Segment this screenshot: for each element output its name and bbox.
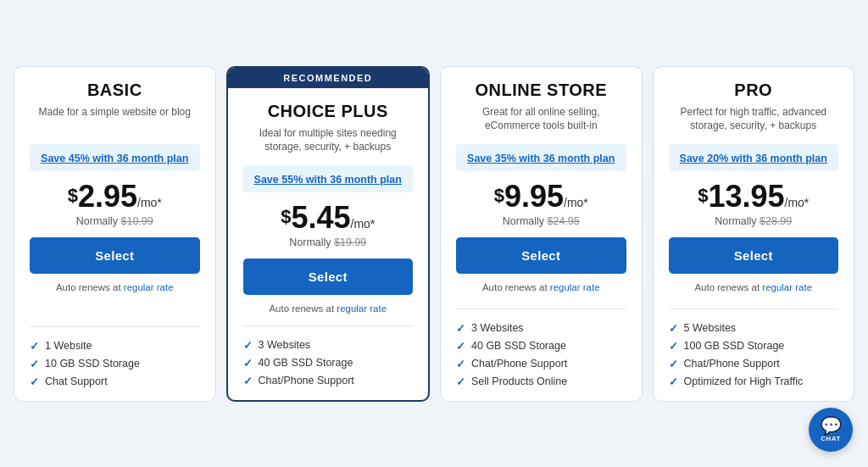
divider-pro bbox=[669, 309, 839, 309]
feature-text: 1 Website bbox=[45, 340, 92, 352]
plan-card-basic: BASICMade for a simple website or blogSa… bbox=[14, 66, 216, 402]
pricing-container: BASICMade for a simple website or blogSa… bbox=[14, 66, 854, 402]
check-icon: ✓ bbox=[669, 358, 678, 370]
price-area-choice-plus: $5.45/mo* bbox=[243, 203, 414, 233]
price-area-online-store: $9.95/mo* bbox=[456, 181, 626, 212]
feature-text: Chat/Phone Support bbox=[684, 358, 780, 370]
feature-item: ✓Chat/Phone Support bbox=[456, 355, 626, 373]
price-normal-basic: Normally $10.99 bbox=[30, 215, 200, 227]
price-normal-online-store: Normally $24.95 bbox=[456, 215, 626, 227]
save-link-basic[interactable]: Save 45% with 36 month plan bbox=[41, 153, 188, 164]
plan-desc-basic: Made for a simple website or blog bbox=[30, 105, 200, 136]
normal-price-choice-plus: $19.99 bbox=[334, 236, 366, 248]
price-suffix-basic: /mo* bbox=[137, 196, 162, 209]
price-normal-choice-plus: Normally $19.99 bbox=[243, 236, 414, 248]
price-area-pro: $13.95/mo* bbox=[669, 181, 839, 212]
feature-text: 100 GB SSD Storage bbox=[684, 340, 785, 352]
price-main-online-store: $9.95/mo* bbox=[494, 179, 588, 214]
feature-text: Chat Support bbox=[45, 375, 108, 387]
feature-text: 40 GB SSD Storage bbox=[471, 340, 566, 352]
feature-item: ✓5 Websites bbox=[669, 320, 839, 337]
check-icon: ✓ bbox=[243, 339, 253, 352]
check-icon: ✓ bbox=[456, 340, 465, 353]
select-button-basic[interactable]: Select bbox=[30, 237, 200, 274]
feature-text: 10 GB SSD Storage bbox=[45, 358, 140, 370]
features-basic: ✓1 Website✓10 GB SSD Storage✓Chat Suppor… bbox=[14, 337, 215, 391]
normal-price-pro: $28.99 bbox=[760, 215, 792, 227]
feature-item: ✓Chat/Phone Support bbox=[669, 355, 839, 373]
price-suffix-choice-plus: /mo* bbox=[351, 217, 376, 231]
save-link-pro[interactable]: Save 20% with 36 month plan bbox=[680, 153, 827, 164]
regular-rate-link-choice-plus[interactable]: regular rate bbox=[337, 303, 387, 314]
feature-text: Sell Products Online bbox=[471, 375, 567, 387]
recommended-badge: RECOMMENDED bbox=[228, 68, 429, 88]
check-icon: ✓ bbox=[30, 340, 39, 353]
auto-renew-basic: Auto renews at regular rate bbox=[30, 282, 200, 292]
feature-text: 3 Websites bbox=[259, 339, 311, 351]
divider-choice-plus bbox=[243, 325, 414, 326]
feature-text: 5 Websites bbox=[684, 322, 737, 334]
plan-name-basic: BASIC bbox=[30, 81, 200, 100]
feature-item: ✓Optimized for High Traffic bbox=[669, 373, 839, 391]
feature-item: ✓1 Website bbox=[30, 337, 200, 355]
feature-text: 40 GB SSD Storage bbox=[259, 357, 353, 369]
check-icon: ✓ bbox=[456, 322, 465, 335]
plan-name-pro: PRO bbox=[669, 81, 839, 100]
save-banner-online-store[interactable]: Save 35% with 36 month plan bbox=[456, 144, 626, 171]
select-button-pro[interactable]: Select bbox=[669, 237, 839, 274]
plan-desc-choice-plus: Ideal for multiple sites needing storage… bbox=[243, 126, 414, 157]
price-area-basic: $2.95/mo* bbox=[30, 181, 200, 212]
feature-item: ✓Sell Products Online bbox=[456, 373, 626, 391]
regular-rate-link-pro[interactable]: regular rate bbox=[762, 282, 812, 292]
feature-item: ✓40 GB SSD Storage bbox=[243, 354, 414, 372]
feature-item: ✓40 GB SSD Storage bbox=[456, 337, 626, 355]
feature-item: ✓3 Websites bbox=[456, 320, 626, 337]
normal-price-basic: $10.99 bbox=[121, 215, 153, 227]
price-dollar-online-store: $ bbox=[494, 186, 504, 205]
check-icon: ✓ bbox=[456, 375, 465, 388]
price-main-pro: $13.95/mo* bbox=[698, 179, 809, 214]
price-suffix-pro: /mo* bbox=[785, 196, 810, 209]
price-suffix-online-store: /mo* bbox=[564, 196, 588, 209]
feature-text: 3 Websites bbox=[471, 322, 524, 334]
plan-card-online-store: ONLINE STOREGreat for all online selling… bbox=[440, 66, 643, 402]
divider-basic bbox=[30, 326, 200, 327]
check-icon: ✓ bbox=[243, 357, 253, 370]
feature-item: ✓10 GB SSD Storage bbox=[30, 355, 200, 373]
check-icon: ✓ bbox=[456, 358, 465, 370]
auto-renew-choice-plus: Auto renews at regular rate bbox=[243, 303, 414, 314]
plan-desc-pro: Perfect for high traffic, advanced stora… bbox=[669, 105, 839, 136]
plan-name-online-store: ONLINE STORE bbox=[456, 81, 626, 100]
select-button-online-store[interactable]: Select bbox=[456, 237, 626, 274]
check-icon: ✓ bbox=[243, 375, 253, 387]
plan-card-pro: PROPerfect for high traffic, advanced st… bbox=[653, 66, 855, 402]
feature-text: Chat/Phone Support bbox=[259, 375, 354, 386]
regular-rate-link-basic[interactable]: regular rate bbox=[124, 282, 174, 292]
check-icon: ✓ bbox=[669, 322, 678, 335]
check-icon: ✓ bbox=[30, 375, 39, 388]
chat-label: CHAT bbox=[821, 435, 841, 442]
price-normal-pro: Normally $28.99 bbox=[669, 215, 839, 227]
save-banner-choice-plus[interactable]: Save 55% with 36 month plan bbox=[243, 165, 414, 192]
auto-renew-pro: Auto renews at regular rate bbox=[669, 282, 839, 292]
divider-online-store bbox=[456, 309, 626, 309]
plan-name-choice-plus: CHOICE PLUS bbox=[243, 102, 414, 121]
plan-card-choice-plus: RECOMMENDEDCHOICE PLUSIdeal for multiple… bbox=[226, 66, 431, 402]
plan-desc-online-store: Great for all online selling, eCommerce … bbox=[456, 105, 626, 136]
check-icon: ✓ bbox=[30, 358, 39, 370]
check-icon: ✓ bbox=[669, 375, 678, 388]
save-link-choice-plus[interactable]: Save 55% with 36 month plan bbox=[254, 174, 402, 186]
feature-item: ✓3 Websites bbox=[243, 336, 414, 354]
select-button-choice-plus[interactable]: Select bbox=[243, 259, 414, 295]
regular-rate-link-online-store[interactable]: regular rate bbox=[550, 282, 600, 292]
features-choice-plus: ✓3 Websites✓40 GB SSD Storage✓Chat/Phone… bbox=[228, 336, 429, 390]
price-dollar-choice-plus: $ bbox=[281, 208, 291, 226]
features-online-store: ✓3 Websites✓40 GB SSD Storage✓Chat/Phone… bbox=[441, 320, 642, 391]
price-main-choice-plus: $5.45/mo* bbox=[281, 200, 375, 235]
save-banner-pro[interactable]: Save 20% with 36 month plan bbox=[669, 144, 839, 171]
features-pro: ✓5 Websites✓100 GB SSD Storage✓Chat/Phon… bbox=[654, 320, 854, 391]
save-link-online-store[interactable]: Save 35% with 36 month plan bbox=[467, 153, 615, 164]
feature-item: ✓Chat Support bbox=[30, 373, 200, 391]
chat-widget[interactable]: 💬 CHAT bbox=[809, 408, 853, 452]
save-banner-basic[interactable]: Save 45% with 36 month plan bbox=[30, 144, 200, 171]
